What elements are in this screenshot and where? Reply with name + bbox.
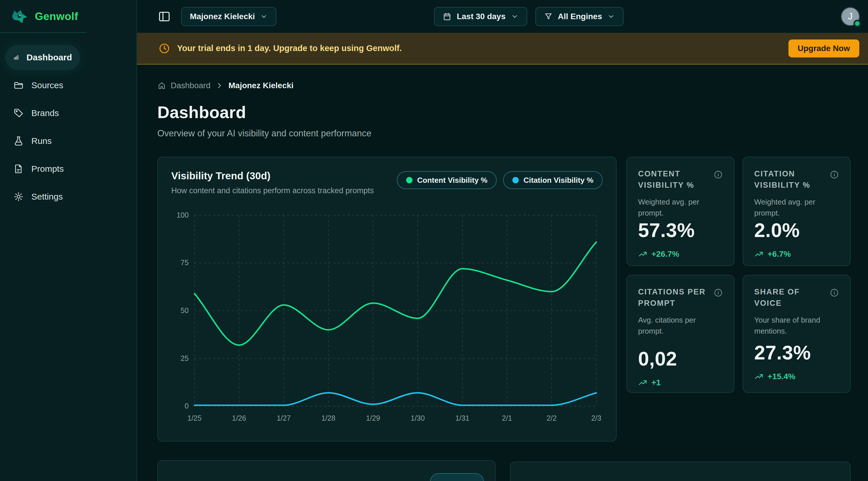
bottom-card-right (510, 461, 850, 481)
info-icon[interactable] (714, 288, 723, 297)
stat-delta-value: +15.4% (768, 372, 796, 381)
series-line (194, 393, 596, 405)
x-axis-tick: 1/31 (455, 414, 469, 422)
sidebar-item-label: Sources (31, 81, 63, 90)
stat-description: Weighted avg. per prompt. (754, 197, 839, 219)
stat-delta-value: +6.7% (768, 250, 791, 259)
engine-filter[interactable]: All Engines (535, 7, 624, 26)
date-range-value: Last 30 days (457, 12, 505, 21)
stat-delta: +1 (638, 378, 723, 387)
sidebar-item-sources[interactable]: Sources (5, 73, 80, 98)
legend-label: Content Visibility % (417, 176, 488, 185)
flask-icon (13, 136, 24, 146)
calendar-icon (443, 12, 452, 21)
x-axis-tick: 1/29 (366, 414, 380, 422)
clock-icon (158, 43, 170, 54)
chart-legend: Content Visibility % Citation Visibility… (397, 171, 603, 189)
page-title: Dashboard (157, 102, 850, 122)
sidebar-item-prompts[interactable]: Prompts (5, 156, 80, 181)
stat-description: Avg. citations per prompt. (638, 315, 723, 336)
panel-left-icon (158, 10, 171, 23)
legend-label: Citation Visibility % (523, 176, 593, 185)
sidebar-item-dashboard[interactable]: Dashboard (5, 45, 80, 70)
trending-up-icon (638, 250, 647, 259)
line-chart-svg: 02550751001/251/261/271/281/291/301/312/… (171, 209, 603, 424)
file-text-icon (13, 164, 24, 174)
y-axis-tick: 100 (177, 211, 189, 219)
trial-banner: Your trial ends in 1 day. Upgrade to kee… (137, 33, 868, 65)
chevron-down-icon (511, 13, 519, 20)
x-axis-tick: 2/1 (502, 414, 512, 422)
info-icon[interactable] (830, 288, 839, 297)
stat-delta-value: +26.7% (651, 250, 679, 259)
stat-label: SHARE OF VOICE (754, 286, 824, 309)
breadcrumb-root-link[interactable]: Dashboard (171, 81, 211, 90)
legend-chip-content-visibility[interactable]: Content Visibility % (397, 171, 497, 189)
sidebar-item-label: Runs (31, 136, 52, 146)
stat-delta: +15.4% (754, 372, 839, 381)
stats-grid: CONTENT VISIBILITY % Weighted avg. per p… (626, 157, 850, 442)
y-axis-tick: 25 (181, 354, 189, 362)
sidebar-item-brands[interactable]: Brands (5, 101, 80, 126)
legend-dot-green (406, 177, 412, 183)
x-axis-tick: 1/27 (277, 414, 291, 422)
stat-value: 0,02 (638, 347, 723, 370)
chart-title: Visibility Trend (30d) (171, 170, 374, 182)
stat-label: CITATIONS PER PROMPT (638, 286, 708, 309)
y-axis-tick: 75 (181, 258, 189, 267)
home-icon (157, 81, 166, 90)
date-range-filter[interactable]: Last 30 days (434, 7, 527, 26)
breadcrumb-current: Majonez Kielecki (228, 81, 293, 90)
stat-value: 27.3% (754, 341, 839, 364)
info-icon[interactable] (714, 170, 723, 179)
trending-up-icon (638, 378, 647, 387)
sidebar-item-settings[interactable]: Settings (5, 184, 80, 209)
stat-label: CONTENT VISIBILITY % (638, 168, 708, 191)
x-axis-tick: 1/30 (411, 414, 425, 422)
stat-card-share-of-voice: SHARE OF VOICE Your share of brand menti… (743, 275, 850, 393)
sidebar-item-label: Settings (31, 192, 63, 202)
stat-description: Your share of brand mentions. (754, 315, 839, 336)
legend-chip-citation-visibility[interactable]: Citation Visibility % (503, 171, 603, 189)
online-status-dot (854, 20, 861, 27)
brand-logo: Genwolf (0, 0, 136, 33)
sidebar-item-label: Dashboard (26, 53, 72, 62)
stat-delta: +6.7% (754, 250, 839, 259)
legend-dot-cyan (513, 177, 519, 183)
stat-card-citation-visibility: CITATION VISIBILITY % Weighted avg. per … (743, 157, 850, 266)
x-axis-tick: 1/26 (232, 414, 246, 422)
x-axis-tick: 2/3 (591, 414, 601, 422)
sidebar-item-label: Prompts (31, 164, 64, 174)
user-menu[interactable]: J (841, 7, 860, 26)
topbar-filters: Last 30 days All Engines (434, 7, 624, 26)
sidebar: Genwolf Dashboard Sources (0, 0, 137, 481)
bottom-card-left (157, 460, 496, 481)
sidebar-toggle-button[interactable] (158, 10, 171, 23)
stat-delta: +26.7% (638, 250, 723, 259)
x-axis-tick: 2/2 (547, 414, 557, 422)
topbar: Majonez Kielecki Last 30 days (137, 0, 868, 33)
info-icon[interactable] (830, 170, 839, 179)
stat-card-citations-per-prompt: CITATIONS PER PROMPT Avg. citations per … (626, 275, 735, 393)
wolf-logo-icon (10, 7, 28, 26)
breadcrumb: Dashboard Majonez Kielecki (157, 81, 850, 90)
avatar-initial: J (848, 11, 852, 22)
workspace-selector[interactable]: Majonez Kielecki (181, 7, 276, 26)
chevron-down-icon (607, 13, 615, 20)
chevron-down-icon (260, 13, 268, 20)
funnel-icon (544, 12, 553, 21)
visibility-trend-card: Visibility Trend (30d) How content and c… (157, 157, 617, 442)
sidebar-item-runs[interactable]: Runs (5, 129, 80, 154)
bar-chart-icon (13, 52, 19, 63)
stat-value: 57.3% (638, 219, 723, 242)
series-line (194, 242, 596, 345)
chart-subtitle: How content and citations perform across… (171, 186, 374, 195)
sidebar-item-label: Brands (31, 108, 59, 118)
folder-icon (13, 80, 24, 91)
main-area: Majonez Kielecki Last 30 days (137, 0, 868, 481)
workspace-name: Majonez Kielecki (190, 12, 255, 21)
upgrade-now-button[interactable]: Upgrade Now (788, 39, 859, 58)
page-content: Dashboard Majonez Kielecki Dashboard Ove… (137, 65, 868, 481)
app-name: Genwolf (35, 10, 78, 23)
stat-card-content-visibility: CONTENT VISIBILITY % Weighted avg. per p… (626, 157, 735, 266)
